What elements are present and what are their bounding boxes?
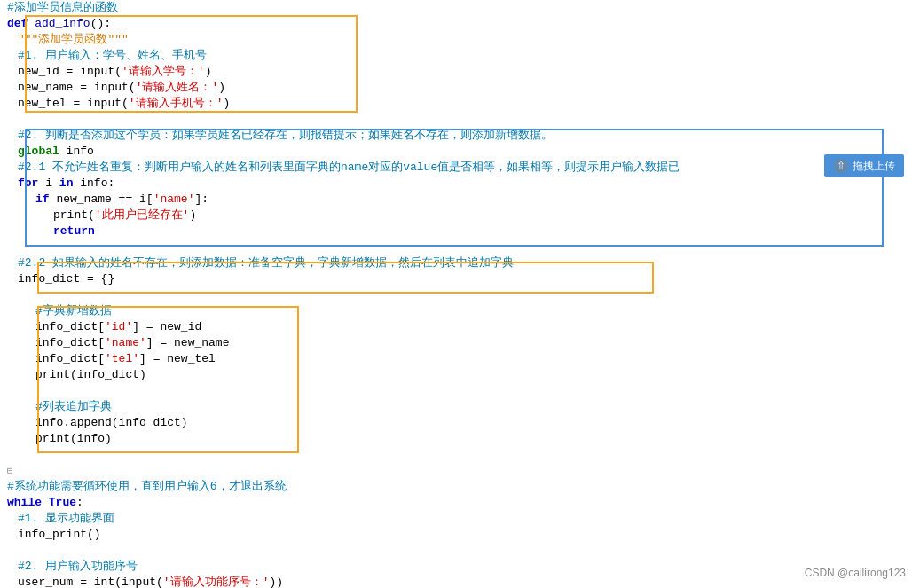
line-print-dict: print(info_dict) xyxy=(0,367,920,383)
line-comment-user: #2. 用户输入功能序号 xyxy=(0,559,920,575)
line-comment-22: #2.2 如果输入的姓名不存在，则添加数据：准备空字典，字典新增数据，然后在列表… xyxy=(0,255,920,271)
line-blank-5 xyxy=(0,447,920,463)
line-new-tel: new_tel = input('请输入手机号：') xyxy=(0,96,920,112)
svg-text:⇧: ⇧ xyxy=(837,160,845,172)
line-if: if new_name == i['name']: xyxy=(0,192,920,208)
code-content: #添加学员信息的函数 def add_info(): """添加学员函数""" … xyxy=(0,0,920,588)
line-comment-system: #系统功能需要循环使用，直到用户输入6，才退出系统 xyxy=(0,479,920,495)
line-append: info.append(info_dict) xyxy=(0,415,920,431)
line-user-num: user_num = int(input('请输入功能序号：')) xyxy=(0,575,920,588)
line-for: for i in info: xyxy=(0,176,920,192)
line-dict-id: info_dict['id'] = new_id xyxy=(0,319,920,335)
upload-label: 拖拽上传 xyxy=(853,159,895,174)
line-blank-1 xyxy=(0,112,920,128)
line-blank-6 xyxy=(0,543,920,559)
line-blank-3 xyxy=(0,287,920,303)
code-editor: ⇧ 拖拽上传 #添加学员信息的函数 def add_info(): """添加学… xyxy=(0,0,920,588)
line-blank-4 xyxy=(0,383,920,399)
watermark: CSDN @cailirong123 xyxy=(805,565,906,581)
line-comment-2: #2. 判断是否添加这个学员：如果学员姓名已经存在，则报错提示；如果姓名不存在，… xyxy=(0,128,920,144)
upload-icon: ⇧ xyxy=(833,158,849,174)
line-docstring: """添加学员函数""" xyxy=(0,32,920,48)
line-comment-21: #2.1 不允许姓名重复：判断用户输入的姓名和列表里面字典的name对应的val… xyxy=(0,160,920,176)
line-comment-top: #添加学员信息的函数 xyxy=(0,0,920,16)
line-new-id: new_id = input('请输入学号：') xyxy=(0,64,920,80)
line-global: global info xyxy=(0,144,920,160)
line-def: def add_info(): xyxy=(0,16,920,32)
line-dict-tel: info_dict['tel'] = new_tel xyxy=(0,351,920,367)
line-print-exist: print('此用户已经存在') xyxy=(0,208,920,223)
line-info-print: info_print() xyxy=(0,527,920,543)
line-print-info: print(info) xyxy=(0,431,920,447)
line-comment-list: #列表追加字典 xyxy=(0,399,920,415)
line-comment-1: #1. 用户输入：学号、姓名、手机号 xyxy=(0,48,920,64)
line-comment-show: #1. 显示功能界面 xyxy=(0,511,920,527)
line-comment-dict: #字典新增数据 xyxy=(0,303,920,319)
line-info-dict: info_dict = {} xyxy=(0,271,920,287)
line-return: return xyxy=(0,223,920,239)
line-dict-name: info_dict['name'] = new_name xyxy=(0,335,920,351)
upload-button[interactable]: ⇧ 拖拽上传 xyxy=(824,154,904,177)
line-new-name: new_name = input('请输入姓名：') xyxy=(0,80,920,96)
line-blank-2 xyxy=(0,239,920,255)
line-collapse: ⊟ xyxy=(0,463,920,479)
line-while: while True: xyxy=(0,495,920,511)
